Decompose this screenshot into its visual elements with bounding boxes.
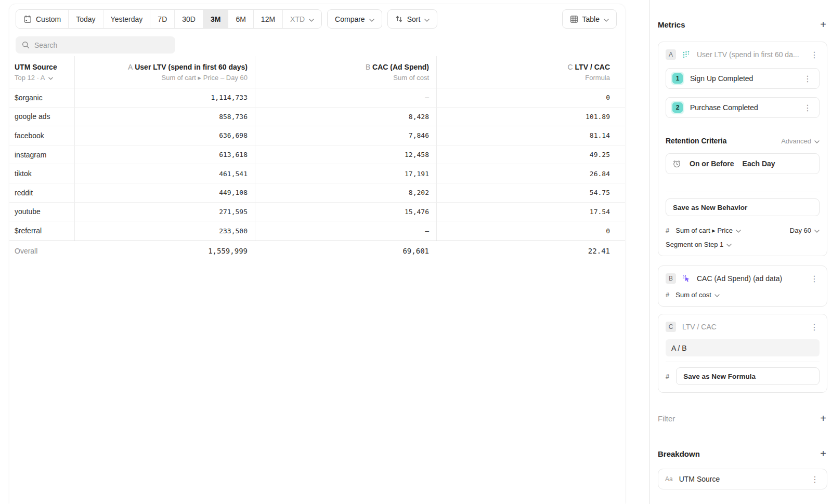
row-label[interactable]: youtube bbox=[9, 203, 74, 222]
table-cell: 101.89 bbox=[436, 108, 625, 127]
behavior-condition-select[interactable]: On or Before bbox=[690, 160, 734, 168]
row-label[interactable]: google ads bbox=[9, 108, 74, 127]
row-label[interactable]: tiktok bbox=[9, 164, 74, 183]
table-cell: 54.75 bbox=[436, 183, 625, 203]
view-type-table-dropdown[interactable]: Table bbox=[562, 9, 617, 29]
save-as-new-behavior-button[interactable]: Save as New Behavior bbox=[666, 198, 820, 216]
table-cell: 8,202 bbox=[255, 183, 436, 203]
funnel-step-1[interactable]: 1 Sign Up Completed ⋮ bbox=[666, 68, 820, 89]
date-range-picker: Custom Today Yesterday 7D 30D 3M 6M 12M … bbox=[16, 9, 322, 29]
kebab-menu-icon[interactable]: ⋮ bbox=[802, 103, 813, 113]
retention-behavior-row[interactable]: On or Before Each Day bbox=[666, 153, 820, 174]
row-limit-dropdown[interactable]: Top 12 · A bbox=[15, 74, 53, 82]
filter-title: Filter bbox=[658, 414, 675, 423]
search-icon bbox=[22, 41, 30, 49]
retention-mode-dropdown[interactable]: Advanced bbox=[781, 137, 820, 145]
kebab-menu-icon[interactable]: ⋮ bbox=[809, 322, 820, 332]
numeric-type-icon: # bbox=[666, 227, 669, 234]
table-cell: 15,476 bbox=[255, 203, 436, 222]
metric-c-title[interactable]: LTV / CAC bbox=[682, 323, 803, 331]
table-cell: 271,595 bbox=[74, 203, 255, 222]
range-today-button[interactable]: Today bbox=[69, 10, 103, 28]
chevron-down-icon bbox=[369, 15, 374, 23]
table-cell: 8,428 bbox=[255, 108, 436, 127]
range-xtd-dropdown[interactable]: XTD bbox=[283, 10, 321, 28]
metric-badge-b: B bbox=[666, 273, 676, 284]
add-filter-button[interactable]: + bbox=[819, 413, 827, 423]
range-3m-button[interactable]: 3M bbox=[203, 10, 228, 28]
behavioral-metric-icon bbox=[682, 50, 691, 59]
metric-b-title[interactable]: CAC (Ad Spend) (ad data) bbox=[697, 274, 803, 283]
overall-row-label: Overall bbox=[9, 241, 74, 261]
chevron-down-icon bbox=[736, 227, 741, 234]
numeric-type-icon: # bbox=[666, 291, 669, 299]
range-30d-button[interactable]: 30D bbox=[175, 10, 203, 28]
column-header-utm-source[interactable]: UTM Source Top 12 · A bbox=[9, 56, 74, 88]
aggregation-property-dropdown[interactable]: Sum of cart ▸ Price bbox=[675, 227, 741, 234]
search-input[interactable] bbox=[34, 41, 169, 49]
range-6m-button[interactable]: 6M bbox=[228, 10, 253, 28]
behavior-frequency-select[interactable]: Each Day bbox=[743, 160, 775, 168]
table-cell: 449,108 bbox=[74, 183, 255, 203]
segment-on-step-dropdown[interactable]: Segment on Step 1 bbox=[666, 241, 732, 248]
chevron-down-icon bbox=[814, 137, 820, 145]
chevron-down-icon bbox=[814, 227, 820, 234]
numeric-type-icon: # bbox=[666, 373, 669, 380]
metrics-section-header: Metrics + bbox=[658, 19, 827, 30]
kebab-menu-icon[interactable]: ⋮ bbox=[809, 274, 820, 284]
funnel-step-2[interactable]: 2 Purchase Completed ⋮ bbox=[666, 97, 820, 118]
breakdown-item-utm-source[interactable]: Aa UTM Source ⋮ bbox=[658, 469, 827, 489]
table-cell: – bbox=[255, 88, 436, 108]
string-property-icon: Aa bbox=[665, 475, 673, 483]
sort-arrows-icon bbox=[395, 15, 403, 23]
formula-input[interactable]: A / B bbox=[666, 339, 820, 356]
range-label: Custom bbox=[36, 15, 61, 23]
sort-button[interactable]: Sort bbox=[387, 9, 438, 29]
table-cell: 81.14 bbox=[436, 126, 625, 145]
metric-card-b: B CAC (Ad Spend) (ad data) ⋮ # Sum of co… bbox=[658, 266, 827, 307]
add-breakdown-button[interactable]: + bbox=[819, 448, 827, 459]
row-label[interactable]: $organic bbox=[9, 88, 74, 108]
aggregation-row: # Sum of cart ▸ Price Day 60 bbox=[666, 227, 820, 234]
sum-of-cost-dropdown[interactable]: Sum of cost bbox=[675, 291, 720, 299]
save-as-new-formula-button[interactable]: Save as New Formula bbox=[676, 367, 820, 385]
search-box[interactable] bbox=[16, 36, 175, 54]
row-label[interactable]: facebook bbox=[9, 126, 74, 145]
table-cell: 26.84 bbox=[436, 164, 625, 183]
chevron-down-icon bbox=[48, 74, 53, 82]
range-custom-button[interactable]: Custom bbox=[16, 10, 69, 28]
table-cell: 17.54 bbox=[436, 203, 625, 222]
metric-c-header: C LTV / CAC ⋮ bbox=[666, 321, 820, 333]
metric-card-a: A User LTV (spend in first 60 da... ⋮ 1 … bbox=[658, 42, 827, 256]
compare-button[interactable]: Compare bbox=[327, 9, 382, 29]
overall-cell: 1,559,999 bbox=[74, 241, 255, 261]
table-cell: – bbox=[255, 221, 436, 241]
table-cell: 0 bbox=[436, 88, 625, 108]
range-12m-button[interactable]: 12M bbox=[254, 10, 283, 28]
table-cell: 0 bbox=[436, 221, 625, 241]
range-yesterday-button[interactable]: Yesterday bbox=[103, 10, 151, 28]
column-header-b[interactable]: B CAC (Ad Spend) Sum of cost bbox=[255, 56, 436, 88]
row-label[interactable]: $referral bbox=[9, 221, 74, 241]
calendar-icon bbox=[23, 15, 32, 23]
add-metric-button[interactable]: + bbox=[819, 19, 827, 30]
aggregation-window-dropdown[interactable]: Day 60 bbox=[790, 227, 820, 234]
row-label[interactable]: instagram bbox=[9, 145, 74, 165]
event-click-icon bbox=[682, 274, 691, 283]
table-cell: 49.25 bbox=[436, 145, 625, 165]
column-header-c[interactable]: C LTV / CAC Formula bbox=[436, 56, 625, 88]
step-number-badge: 1 bbox=[672, 73, 683, 84]
metric-a-title[interactable]: User LTV (spend in first 60 da... bbox=[697, 50, 803, 59]
table-cell: 1,114,733 bbox=[74, 88, 255, 108]
kebab-menu-icon[interactable]: ⋮ bbox=[810, 474, 820, 484]
table-cell: 858,736 bbox=[74, 108, 255, 127]
table-cell: 636,698 bbox=[74, 126, 255, 145]
row-label[interactable]: reddit bbox=[9, 183, 74, 203]
breakdown-title: Breakdown bbox=[658, 449, 700, 458]
kebab-menu-icon[interactable]: ⋮ bbox=[809, 50, 820, 60]
range-7d-button[interactable]: 7D bbox=[150, 10, 175, 28]
column-header-a[interactable]: A User LTV (spend in first 60 days) Sum … bbox=[74, 56, 255, 88]
table-cell: 17,191 bbox=[255, 164, 436, 183]
kebab-menu-icon[interactable]: ⋮ bbox=[802, 74, 813, 84]
divider bbox=[666, 362, 820, 362]
